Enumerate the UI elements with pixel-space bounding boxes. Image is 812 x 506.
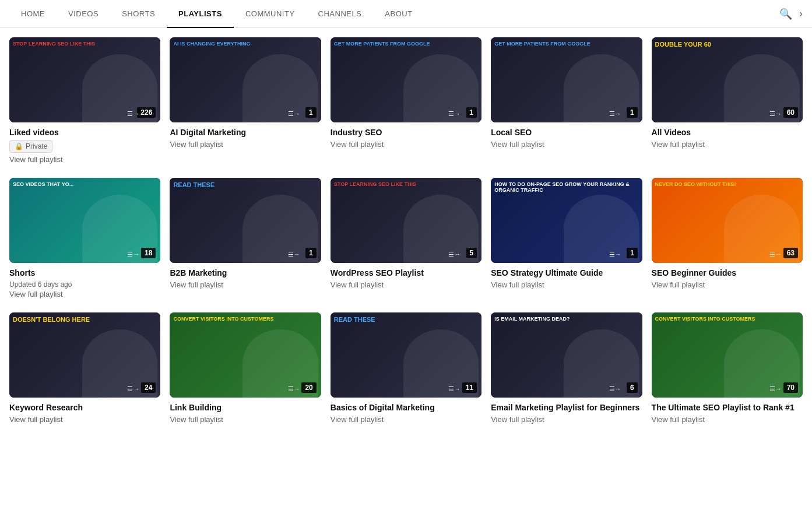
count-badge-local-seo: 1 <box>627 107 638 118</box>
thumbnail-wordpress-seo: STOP LEARNING SEO LIKE THIS 5 ☰→ <box>331 178 481 263</box>
playlists-grid: STOP LEARNING SEO LIKE THIS 226 ☰→ Liked… <box>0 28 812 433</box>
playlist-card-keyword-research[interactable]: DOESN'T BELONG HERE 24 ☰→ Keyword Resear… <box>9 312 160 424</box>
thumbnail-link-building: CONVERT VISITORS INTO CUSTOMERS 20 ☰→ <box>170 312 321 398</box>
thumbnail-basics-digital: READ THESE 11 ☰→ <box>331 312 481 398</box>
view-playlist-keyword-research[interactable]: View full playlist <box>9 415 160 424</box>
count-badge-seo-strategy: 1 <box>627 248 638 258</box>
count-badge-wordpress-seo: 5 <box>466 248 477 258</box>
playlist-icon-email-marketing: ☰→ <box>609 385 621 393</box>
playlist-title-seo-beginner: SEO Beginner Guides <box>652 268 803 278</box>
view-playlist-seo-beginner[interactable]: View full playlist <box>652 280 803 289</box>
playlist-icon-industry-seo: ☰→ <box>448 110 461 118</box>
playlist-title-shorts: Shorts <box>9 268 160 278</box>
view-playlist-seo-strategy[interactable]: View full playlist <box>491 280 642 289</box>
playlist-card-shorts[interactable]: SEO VIDEOS THAT YO... 18 ☰→ Shorts Updat… <box>9 178 160 298</box>
thumbnail-all-videos: DOUBLE YOUR 60 60 ☰→ <box>652 37 803 122</box>
playlist-icon-seo-strategy: ☰→ <box>609 251 621 258</box>
search-button[interactable]: 🔍 <box>779 8 792 20</box>
view-playlist-basics-digital[interactable]: View full playlist <box>331 415 481 424</box>
count-badge-b2b-marketing: 1 <box>305 248 317 258</box>
nav-item-shorts[interactable]: SHORTS <box>110 0 167 28</box>
count-badge-basics-digital: 11 <box>462 382 477 393</box>
playlist-card-liked-videos[interactable]: STOP LEARNING SEO LIKE THIS 226 ☰→ Liked… <box>9 37 160 164</box>
count-badge-seo-beginner: 63 <box>783 248 798 258</box>
playlist-card-ultimate-seo[interactable]: CONVERT VISITORS INTO CUSTOMERS 70 ☰→ Th… <box>652 312 803 424</box>
thumbnail-shorts: SEO VIDEOS THAT YO... 18 ☰→ <box>9 178 160 263</box>
search-icon: 🔍 <box>779 8 792 20</box>
playlist-title-b2b-marketing: B2B Marketing <box>170 268 321 278</box>
playlist-card-seo-beginner[interactable]: NEVER DO SEO WITHOUT THIS! 63 ☰→ SEO Beg… <box>652 178 803 298</box>
playlist-title-link-building: Link Building <box>170 402 321 413</box>
view-playlist-wordpress-seo[interactable]: View full playlist <box>331 280 481 289</box>
count-badge-all-videos: 60 <box>783 107 798 118</box>
playlist-card-ai-digital-marketing[interactable]: AI IS CHANGING EVERYTHING 1 ☰→ AI Digita… <box>170 37 321 164</box>
count-badge-keyword-research: 24 <box>141 382 156 393</box>
playlist-card-local-seo[interactable]: GET MORE PATIENTS FROM GOOGLE 1 ☰→ Local… <box>491 37 642 164</box>
playlist-title-liked-videos: Liked videos <box>9 127 160 138</box>
count-badge-shorts: 18 <box>141 248 156 258</box>
playlist-icon-liked-videos: ☰→ <box>127 110 139 118</box>
playlist-icon-local-seo: ☰→ <box>609 110 621 118</box>
thumbnail-email-marketing: IS EMAIL MARKETING DEAD? 6 ☰→ <box>491 312 642 398</box>
thumbnail-ai-digital-marketing: AI IS CHANGING EVERYTHING 1 ☰→ <box>170 37 321 122</box>
playlist-icon-seo-beginner: ☰→ <box>769 251 782 258</box>
view-playlist-shorts[interactable]: View full playlist <box>9 290 160 298</box>
count-badge-email-marketing: 6 <box>627 382 638 393</box>
nav-item-playlists[interactable]: PLAYLISTS <box>167 0 234 28</box>
playlist-title-keyword-research: Keyword Research <box>9 402 160 413</box>
playlist-icon-shorts: ☰→ <box>127 251 139 258</box>
thumbnail-seo-beginner: NEVER DO SEO WITHOUT THIS! 63 ☰→ <box>652 178 803 263</box>
count-badge-ultimate-seo: 70 <box>783 382 798 393</box>
lock-icon: 🔒 <box>15 142 23 150</box>
count-badge-ai-digital-marketing: 1 <box>305 107 317 118</box>
playlist-card-b2b-marketing[interactable]: READ THESE 1 ☰→ B2B Marketing View full … <box>170 178 321 298</box>
playlist-title-basics-digital: Basics of Digital Marketing <box>331 402 481 413</box>
thumbnail-liked-videos: STOP LEARNING SEO LIKE THIS 226 ☰→ <box>9 37 160 122</box>
playlist-icon-wordpress-seo: ☰→ <box>448 251 461 258</box>
thumbnail-ultimate-seo: CONVERT VISITORS INTO CUSTOMERS 70 ☰→ <box>652 312 803 398</box>
view-playlist-all-videos[interactable]: View full playlist <box>652 140 803 149</box>
nav-chevron-right[interactable]: › <box>799 8 803 20</box>
nav-item-videos[interactable]: VIDEOS <box>57 0 110 28</box>
thumbnail-local-seo: GET MORE PATIENTS FROM GOOGLE 1 ☰→ <box>491 37 642 122</box>
thumbnail-keyword-research: DOESN'T BELONG HERE 24 ☰→ <box>9 312 160 398</box>
playlist-icon-basics-digital: ☰→ <box>448 385 461 393</box>
playlist-card-all-videos[interactable]: DOUBLE YOUR 60 60 ☰→ All Videos View ful… <box>652 37 803 164</box>
playlist-card-email-marketing[interactable]: IS EMAIL MARKETING DEAD? 6 ☰→ Email Mark… <box>491 312 642 424</box>
playlist-title-email-marketing: Email Marketing Playlist for Beginners <box>491 402 642 413</box>
updated-text-shorts: Updated 6 days ago <box>9 280 160 289</box>
view-playlist-ai-digital-marketing[interactable]: View full playlist <box>170 140 321 149</box>
playlist-title-local-seo: Local SEO <box>491 127 642 138</box>
view-playlist-email-marketing[interactable]: View full playlist <box>491 415 642 424</box>
channel-nav: HOMEVIDEOSSHORTSPLAYLISTSCOMMUNITYCHANNE… <box>0 0 812 28</box>
playlist-title-all-videos: All Videos <box>652 127 803 138</box>
playlist-title-seo-strategy: SEO Strategy Ultimate Guide <box>491 268 642 278</box>
playlist-card-basics-digital[interactable]: READ THESE 11 ☰→ Basics of Digital Marke… <box>331 312 481 424</box>
playlist-card-wordpress-seo[interactable]: STOP LEARNING SEO LIKE THIS 5 ☰→ WordPre… <box>331 178 481 298</box>
playlist-card-link-building[interactable]: CONVERT VISITORS INTO CUSTOMERS 20 ☰→ Li… <box>170 312 321 424</box>
count-badge-liked-videos: 226 <box>137 107 156 118</box>
playlist-card-seo-strategy[interactable]: HOW TO DO ON-PAGE SEO GROW YOUR RANKING … <box>491 178 642 298</box>
view-playlist-liked-videos[interactable]: View full playlist <box>9 155 160 164</box>
nav-item-channels[interactable]: CHANNELS <box>307 0 374 28</box>
view-playlist-b2b-marketing[interactable]: View full playlist <box>170 280 321 289</box>
nav-item-community[interactable]: COMMUNITY <box>234 0 307 28</box>
view-playlist-ultimate-seo[interactable]: View full playlist <box>652 415 803 424</box>
count-badge-link-building: 20 <box>301 382 316 393</box>
playlist-title-wordpress-seo: WordPress SEO Playlist <box>331 268 481 278</box>
playlist-icon-b2b-marketing: ☰→ <box>288 251 300 258</box>
private-badge: 🔒Private <box>9 140 52 153</box>
thumbnail-industry-seo: GET MORE PATIENTS FROM GOOGLE 1 ☰→ <box>331 37 481 122</box>
view-playlist-industry-seo[interactable]: View full playlist <box>331 140 481 149</box>
nav-item-about[interactable]: ABOUT <box>373 0 424 28</box>
playlist-card-industry-seo[interactable]: GET MORE PATIENTS FROM GOOGLE 1 ☰→ Indus… <box>331 37 481 164</box>
playlist-title-ultimate-seo: The Ultimate SEO Playlist to Rank #1 <box>652 402 803 413</box>
nav-actions: 🔍 › <box>779 8 803 20</box>
nav-item-home[interactable]: HOME <box>9 0 57 28</box>
playlist-icon-link-building: ☰→ <box>288 385 300 393</box>
playlist-icon-keyword-research: ☰→ <box>127 385 139 393</box>
view-playlist-local-seo[interactable]: View full playlist <box>491 140 642 149</box>
playlist-icon-ai-digital-marketing: ☰→ <box>288 110 300 118</box>
view-playlist-link-building[interactable]: View full playlist <box>170 415 321 424</box>
thumbnail-seo-strategy: HOW TO DO ON-PAGE SEO GROW YOUR RANKING … <box>491 178 642 263</box>
